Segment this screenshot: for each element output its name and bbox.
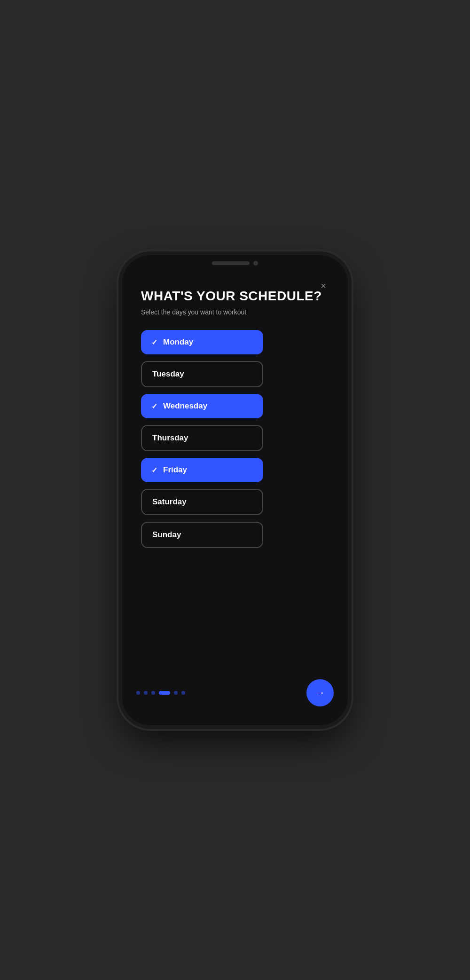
day-label-friday: Friday — [163, 465, 187, 475]
check-icon-wednesday: ✓ — [151, 402, 157, 411]
pagination-dots — [136, 691, 185, 695]
check-icon-friday: ✓ — [151, 466, 157, 475]
days-list: ✓ Monday Tuesday ✓ Wednesday Thursday ✓ … — [141, 330, 329, 548]
content-area: × WHAT'S YOUR SCHEDULE? Select the days … — [122, 255, 348, 670]
day-button-friday[interactable]: ✓ Friday — [141, 458, 263, 482]
pagination-dot-1 — [136, 691, 140, 695]
page-subtitle: Select the days you want to workout — [141, 308, 329, 316]
check-icon-monday: ✓ — [151, 338, 157, 347]
screen: × WHAT'S YOUR SCHEDULE? Select the days … — [122, 255, 348, 725]
day-label-saturday: Saturday — [152, 497, 187, 507]
phone-frame: × WHAT'S YOUR SCHEDULE? Select the days … — [122, 255, 348, 725]
pagination-dot-3 — [151, 691, 155, 695]
day-label-thursday: Thursday — [152, 433, 188, 443]
next-button[interactable]: → — [306, 679, 334, 706]
bottom-navigation: → — [122, 670, 348, 725]
pagination-dot-4-active — [159, 691, 170, 695]
pagination-dot-6 — [181, 691, 185, 695]
day-label-wednesday: Wednesday — [163, 401, 207, 411]
day-button-saturday[interactable]: Saturday — [141, 489, 263, 515]
day-button-wednesday[interactable]: ✓ Wednesday — [141, 394, 263, 418]
next-arrow-icon: → — [315, 687, 325, 699]
day-button-monday[interactable]: ✓ Monday — [141, 330, 263, 354]
day-button-thursday[interactable]: Thursday — [141, 425, 263, 451]
close-button[interactable]: × — [316, 279, 331, 294]
day-label-tuesday: Tuesday — [152, 369, 184, 379]
day-label-monday: Monday — [163, 337, 193, 347]
day-button-sunday[interactable]: Sunday — [141, 522, 263, 548]
day-label-sunday: Sunday — [152, 530, 181, 540]
day-button-tuesday[interactable]: Tuesday — [141, 361, 263, 387]
page-title: WHAT'S YOUR SCHEDULE? — [141, 288, 329, 304]
pagination-dot-5 — [174, 691, 178, 695]
pagination-dot-2 — [144, 691, 148, 695]
